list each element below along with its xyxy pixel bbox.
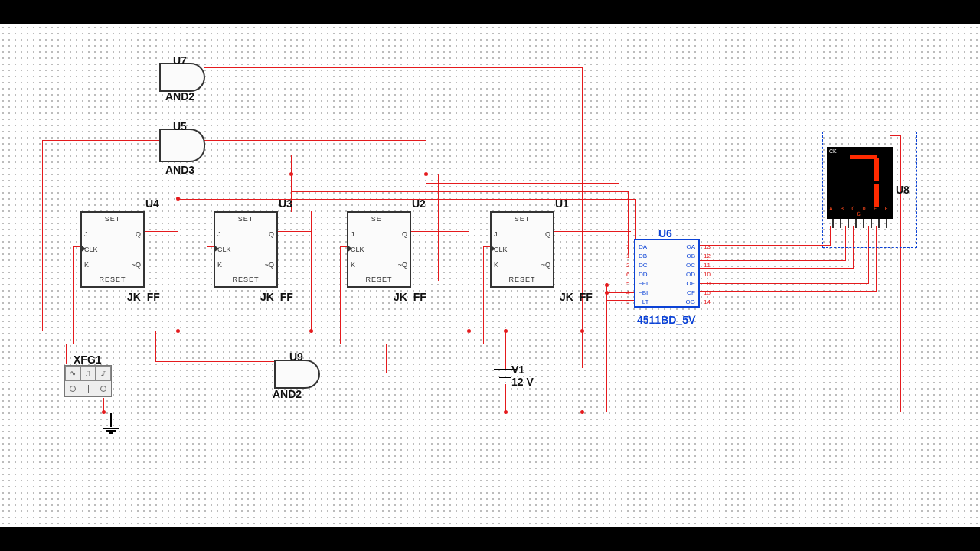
u1-type: JK_FF [560,291,593,303]
dec-num-7: 7 [626,243,629,250]
segment-b [874,158,879,181]
u7-type: AND2 [165,90,194,103]
dec-num-3: 3 [626,298,629,305]
dec-num-13: 13 [704,243,710,250]
u6-type: 4511BD_5V [637,314,695,326]
u7-ref: U7 [173,54,187,67]
dec-num-9: 9 [707,280,710,287]
segment-letters: A B C D E F G [827,207,893,217]
dec-num-5: 5 [626,280,629,287]
dec-pin-~LT: ~LT [639,298,648,305]
gate-u9[interactable] [274,360,320,389]
ff-u3[interactable]: SET J CLK K Q ~Q RESET [214,211,278,288]
dec-pin-OG: OG [686,298,695,305]
dec-num-2: 2 [626,262,629,269]
gate-u5[interactable] [159,129,205,162]
v1-value: 12 V [511,376,534,388]
ff-u1[interactable]: SET J CLK K Q ~Q RESET [490,211,554,288]
u2-ref: U2 [412,197,426,210]
dec-pin-OD: OD [686,271,695,278]
u5-ref: U5 [173,120,187,132]
u5-type: AND3 [165,164,194,176]
u3-ref: U3 [279,197,292,210]
ground-symbol [103,413,119,435]
u2-type: JK_FF [394,291,426,303]
dec-pin-OC: OC [686,262,695,269]
function-generator[interactable]: ∿ ⎍ ⎎ [64,365,112,397]
dec-pin-~EL: ~EL [639,280,649,287]
segment-a [850,155,877,159]
segment-c [874,184,879,207]
u1-ref: U1 [555,197,569,210]
ff-u4[interactable]: SET J CLK K Q ~Q RESET [80,211,145,288]
dec-pin-OB: OB [686,253,695,259]
dec-num-11: 11 [704,262,710,269]
dec-pin-OE: OE [686,280,695,287]
seven-seg-display[interactable]: CK A B C D E F G [827,147,893,219]
u9-ref: U9 [289,350,303,363]
schematic-canvas[interactable]: U7 AND2 U5 AND3 U9 AND2 SET J CLK K Q ~Q… [0,24,980,527]
ff-u2[interactable]: SET J CLK K Q ~Q RESET [347,211,411,288]
gate-u7[interactable] [159,63,205,92]
dec-pin-OF: OF [687,289,695,296]
u6-ref: U6 [658,227,672,240]
u9-type: AND2 [273,388,302,400]
dec-num-12: 12 [704,253,710,259]
u3-type: JK_FF [260,291,293,303]
u8-ref: U8 [896,184,910,196]
dec-pin-~BI: ~BI [639,289,648,296]
u4-type: JK_FF [127,291,160,303]
dec-pin-DC: DC [639,262,648,269]
dec-pin-OA: OA [686,243,695,250]
dec-num-10: 10 [704,271,710,278]
dec-num-6: 6 [626,271,629,278]
decoder-u6[interactable]: DA 7DB 1DC 2DD 6~EL 5~BI 4~LT 3OA 13OB 1… [634,239,700,308]
xfg1-ref: XFG1 [74,354,102,366]
dec-num-14: 14 [704,298,710,305]
v1-ref: V1 [511,364,524,376]
dec-num-4: 4 [626,289,629,296]
dec-num-1: 1 [626,253,629,259]
dec-num-15: 15 [704,289,710,296]
dec-pin-DB: DB [639,253,647,259]
u4-ref: U4 [145,197,159,210]
display-ck-label: CK [829,148,837,154]
dec-pin-DD: DD [639,271,648,278]
dec-pin-DA: DA [639,243,647,250]
